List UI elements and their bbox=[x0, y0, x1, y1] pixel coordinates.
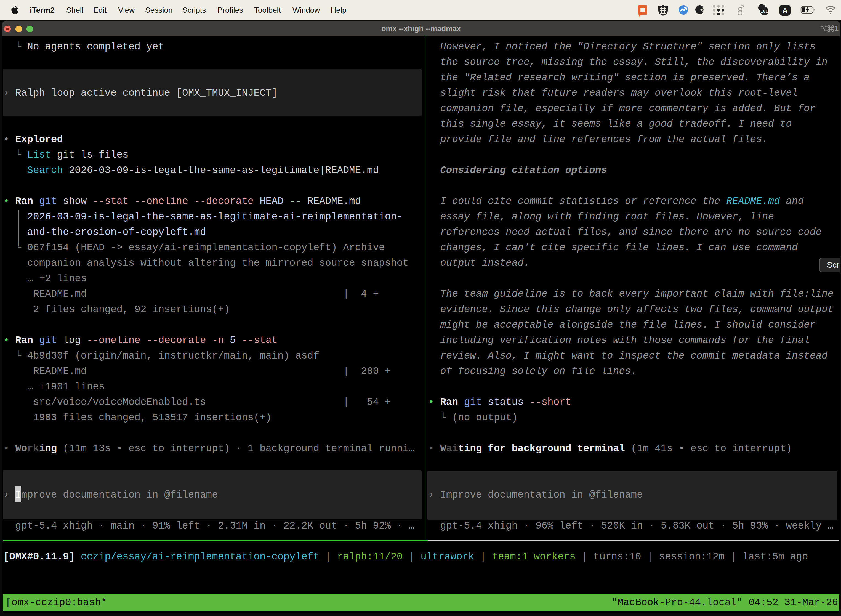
svg-text:..61: ..61 bbox=[761, 9, 768, 13]
svg-text:A: A bbox=[782, 6, 788, 15]
